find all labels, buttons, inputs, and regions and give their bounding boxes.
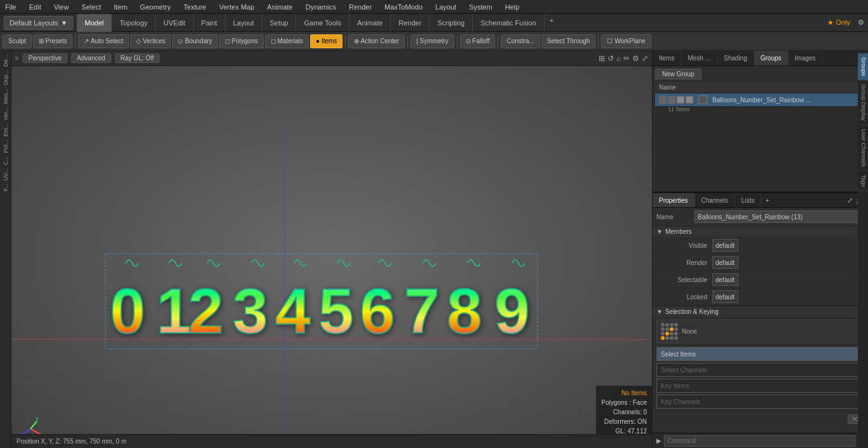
- sidebar-item-mes[interactable]: Mes...: [1, 87, 10, 105]
- menu-layout[interactable]: Layout: [433, 3, 459, 11]
- rside-tab-groups[interactable]: Groups: [858, 53, 868, 81]
- viewport-icon-expand[interactable]: ⤢: [642, 54, 648, 63]
- vis-extra-icon[interactable]: [686, 96, 693, 104]
- locked-select[interactable]: default: [712, 290, 738, 303]
- tab-properties[interactable]: Properties: [653, 193, 695, 207]
- vis-lock-icon[interactable]: [677, 96, 684, 104]
- tab-layout[interactable]: Layout: [226, 14, 262, 32]
- tab-channels[interactable]: Channels: [695, 193, 735, 207]
- menu-maxcomodo[interactable]: MaxToModo: [382, 3, 425, 11]
- sidebar-item-pol[interactable]: Pol...: [1, 139, 10, 154]
- menu-file[interactable]: File: [3, 3, 19, 11]
- menu-geometry[interactable]: Geometry: [137, 3, 173, 11]
- falloff-button[interactable]: ⊙ Falloff: [460, 34, 496, 48]
- selectable-select[interactable]: default: [712, 273, 738, 286]
- sidebar-item-uv[interactable]: UV...: [1, 167, 10, 182]
- vertices-button[interactable]: ◇ Vertices: [130, 34, 171, 48]
- sidebar-item-f[interactable]: F...: [1, 182, 10, 193]
- tab-items[interactable]: Items: [653, 51, 681, 65]
- vis-eye-icon[interactable]: [659, 96, 667, 104]
- rside-tab-user-channels[interactable]: User Channels: [858, 125, 868, 172]
- props-expand-icon[interactable]: ⤢: [847, 196, 853, 205]
- vis-camera-icon[interactable]: [668, 96, 675, 104]
- boundary-button[interactable]: ◇ Boundary: [172, 34, 218, 48]
- key-items-button[interactable]: Key Items: [656, 379, 864, 393]
- render-select-wrapper: default: [712, 256, 864, 269]
- viewport[interactable]: ≡ Perspective Advanced Ray GL: Off ⊞ ↺ ⌕…: [11, 51, 652, 448]
- tab-animate[interactable]: Animate: [349, 14, 391, 32]
- ray-gl-button[interactable]: Ray GL: Off: [115, 53, 160, 63]
- viewport-icon-settings[interactable]: ⚙: [632, 54, 639, 63]
- menu-system[interactable]: System: [466, 3, 495, 11]
- visible-select[interactable]: default: [712, 239, 738, 252]
- menu-view[interactable]: View: [51, 3, 72, 11]
- selection-keying-section-header[interactable]: ▼ Selection & Keying: [653, 306, 868, 317]
- viewport-icon-pencil[interactable]: ✏: [623, 54, 630, 63]
- presets-button[interactable]: ⊞ Presets: [33, 34, 73, 48]
- auto-select-button[interactable]: ↗ Auto Select: [78, 34, 128, 48]
- keying-dot-grid: [661, 323, 678, 340]
- members-section-header[interactable]: ▼ Members: [653, 226, 868, 237]
- perspective-button[interactable]: Perspective: [23, 53, 67, 63]
- tab-topology[interactable]: Topology: [112, 14, 156, 32]
- menu-vertex-map[interactable]: Vertex Map: [217, 3, 257, 11]
- layout-dropdown[interactable]: Default Layouts ▼: [4, 16, 73, 30]
- star-only[interactable]: ★ Only: [824, 18, 854, 27]
- action-center-button[interactable]: ⊕ Action Center: [348, 34, 405, 48]
- tab-model[interactable]: Model: [77, 14, 112, 32]
- tab-shading[interactable]: Shading: [717, 51, 754, 65]
- new-group-button[interactable]: New Group: [655, 69, 702, 79]
- layout-dropdown-label: Default Layouts: [10, 19, 58, 27]
- tab-plus[interactable]: +: [545, 14, 559, 32]
- advanced-button[interactable]: Advanced: [71, 53, 111, 63]
- items-button[interactable]: ● Items: [310, 34, 342, 48]
- sidebar-item-de[interactable]: De...: [1, 53, 10, 68]
- select-channels-button[interactable]: Select Channels: [656, 363, 864, 377]
- polygons-button[interactable]: ◻ Polygons: [219, 34, 264, 48]
- name-input[interactable]: [695, 210, 864, 223]
- tab-schematic-fusion[interactable]: Schematic Fusion: [473, 14, 544, 32]
- sidebar-item-dup[interactable]: Dup...: [1, 69, 10, 86]
- props-tab-plus[interactable]: +: [761, 193, 773, 207]
- menu-animate[interactable]: Animate: [264, 3, 295, 11]
- viewport-icon-zoom[interactable]: ⌕: [616, 54, 621, 63]
- menu-edit[interactable]: Edit: [27, 3, 44, 11]
- constraints-button[interactable]: Constra...: [501, 34, 539, 48]
- key-channels-button[interactable]: Key Channels: [656, 395, 864, 409]
- symmetry-button[interactable]: | Symmetry: [410, 34, 454, 48]
- tab-groups[interactable]: Groups: [754, 51, 789, 65]
- render-select[interactable]: default: [712, 256, 738, 269]
- viewport-icon-reset[interactable]: ↺: [607, 54, 614, 63]
- menu-texture[interactable]: Texture: [181, 3, 209, 11]
- rside-tab-tags[interactable]: Tags: [858, 171, 868, 191]
- viewport-menu-icon[interactable]: ≡: [15, 55, 19, 62]
- command-input[interactable]: [664, 435, 855, 447]
- materials-button[interactable]: ◻ Materials: [265, 34, 309, 48]
- sidebar-item-ver[interactable]: Ver...: [1, 106, 10, 122]
- tab-mesh[interactable]: Mesh ...: [681, 51, 717, 65]
- select-items-button[interactable]: Select Items: [656, 347, 864, 361]
- menu-render[interactable]: Render: [346, 3, 374, 11]
- tab-scripting[interactable]: Scripting: [430, 14, 473, 32]
- gear-icon[interactable]: ⚙: [854, 18, 868, 27]
- menu-item[interactable]: Item: [111, 3, 130, 11]
- tab-uvedit[interactable]: UVEdit: [156, 14, 193, 32]
- tab-paint[interactable]: Paint: [194, 14, 226, 32]
- select-through-button[interactable]: Select Through: [541, 34, 596, 48]
- tab-images[interactable]: Images: [789, 51, 823, 65]
- tab-setup[interactable]: Setup: [262, 14, 297, 32]
- viewport-icon-grid[interactable]: ⊞: [599, 54, 605, 63]
- sidebar-item-c[interactable]: C...: [1, 155, 10, 166]
- canvas-area[interactable]: 0 1 2 3 4 5 6 7 8 9: [11, 66, 652, 448]
- sculpt-button[interactable]: Sculpt: [3, 34, 32, 48]
- tab-game-tools[interactable]: Game Tools: [296, 14, 349, 32]
- rside-tab-group-display[interactable]: Group Display: [858, 81, 868, 125]
- workplane-button[interactable]: ☐ WorkPlane: [601, 34, 651, 48]
- sidebar-item-em[interactable]: Em...: [1, 122, 10, 138]
- menu-dynamics[interactable]: Dynamics: [303, 3, 339, 11]
- menu-help[interactable]: Help: [503, 3, 522, 11]
- group-item[interactable]: Balloons_Number_Set_Rainbow ... +: [655, 93, 865, 106]
- tab-lists[interactable]: Lists: [735, 193, 762, 207]
- menu-select[interactable]: Select: [79, 3, 104, 11]
- tab-render[interactable]: Render: [391, 14, 430, 32]
